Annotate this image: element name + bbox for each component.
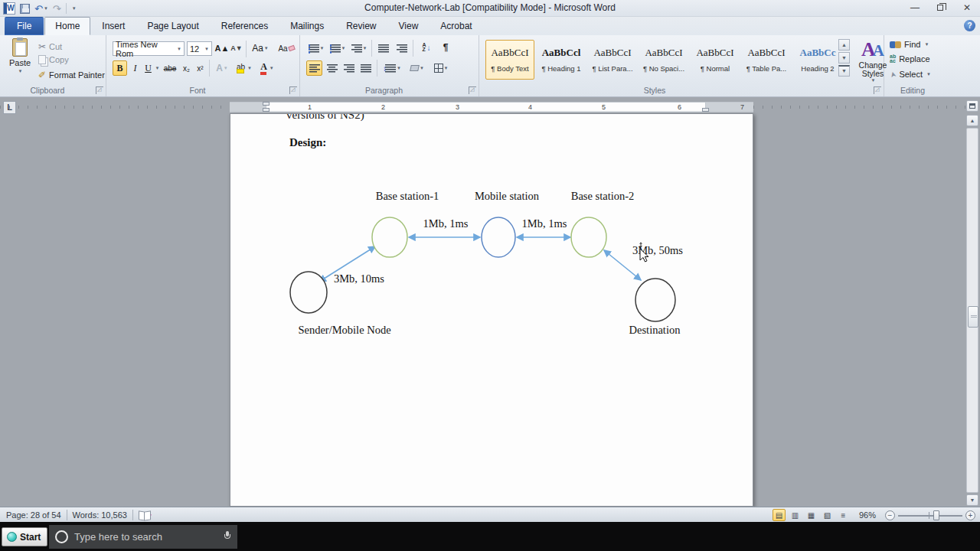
print-layout-view-button[interactable]: ▤	[773, 509, 786, 521]
tab-file[interactable]: File	[5, 17, 44, 35]
document-page[interactable]: versions of NS2) Design: Base station-1M…	[230, 113, 753, 507]
style-list-para[interactable]: AaBbCcI¶ List Para...	[588, 40, 637, 80]
select-button[interactable]: ➤ Select▼	[890, 70, 931, 79]
shading-button[interactable]: ▼	[407, 60, 428, 76]
first-line-indent-marker[interactable]	[263, 102, 270, 106]
borders-button[interactable]: ▼	[430, 60, 452, 76]
style-no-spaci[interactable]: AaBbCcI¶ No Spaci...	[639, 40, 688, 80]
zoom-in-button[interactable]: +	[965, 510, 975, 520]
outline-view-button[interactable]: ▧	[821, 509, 834, 521]
help-button[interactable]: ?	[964, 20, 975, 31]
grow-font-button[interactable]: A▲	[215, 41, 229, 56]
font-size-combo[interactable]: 12▼	[187, 41, 212, 56]
zoom-slider[interactable]	[898, 510, 962, 520]
paste-button[interactable]: Paste ▼	[5, 38, 35, 73]
style-table-pa[interactable]: AaBbCcI¶ Table Pa...	[742, 40, 791, 80]
bullets-button[interactable]: ▼	[306, 41, 326, 56]
style-label: ¶ Normal	[691, 64, 739, 73]
cut-button[interactable]: ✂Cut	[38, 41, 62, 52]
left-indent-marker[interactable]	[263, 108, 270, 112]
align-left-button[interactable]	[306, 60, 322, 76]
align-center-button[interactable]	[324, 60, 340, 76]
zoom-out-button[interactable]: −	[885, 510, 895, 520]
subscript-button[interactable]: x₂	[180, 60, 193, 76]
tab-references[interactable]: References	[211, 17, 279, 35]
justify-button[interactable]	[358, 60, 374, 76]
scrollbar-thumb[interactable]	[968, 306, 978, 328]
cut-icon: ✂	[38, 41, 46, 52]
web-layout-view-button[interactable]: ▦	[805, 509, 818, 521]
styles-scroll-up-button[interactable]: ▲	[838, 39, 850, 51]
tab-view[interactable]: View	[388, 17, 430, 35]
word-count[interactable]: Words: 10,563	[73, 510, 127, 520]
tab-home[interactable]: Home	[44, 17, 90, 35]
styles-scroll-down-button[interactable]: ▼	[838, 52, 850, 64]
highlight-button[interactable]: ab ▼	[234, 60, 255, 76]
font-dialog-launcher[interactable]	[289, 86, 297, 94]
proofing-errors-icon[interactable]: ✗	[139, 510, 151, 520]
clipboard-dialog-launcher[interactable]	[96, 86, 103, 94]
styles-dialog-launcher[interactable]	[874, 86, 881, 94]
line-spacing-button[interactable]: ↕ ▼	[381, 60, 403, 76]
show-paragraph-marks-button[interactable]: ¶	[439, 40, 452, 55]
copy-button[interactable]: Copy	[38, 55, 69, 64]
style-normal[interactable]: AaBbCcI¶ Normal	[691, 40, 740, 80]
ruler-toggle-button[interactable]	[966, 100, 978, 112]
tab-acrobat[interactable]: Acrobat	[430, 17, 482, 35]
underline-button[interactable]: U	[142, 60, 154, 76]
taskbar-search-box[interactable]: Type here to search	[49, 525, 237, 549]
paragraph-dialog-launcher[interactable]	[469, 86, 476, 94]
tab-review[interactable]: Review	[335, 17, 387, 35]
start-button[interactable]: Start	[2, 527, 47, 546]
tab-page-layout[interactable]: Page Layout	[136, 17, 209, 35]
ruler-number: 2	[381, 103, 385, 111]
numbering-button[interactable]: ▼	[328, 41, 348, 56]
style-heading-2[interactable]: AaBbCcHeading 2	[793, 40, 842, 80]
microphone-icon[interactable]	[224, 531, 230, 540]
zoom-level[interactable]: 96%	[859, 510, 876, 520]
horizontal-ruler[interactable]: 1234567	[0, 102, 966, 112]
restore-button[interactable]	[928, 0, 954, 17]
format-painter-button[interactable]: ✐Format Painter	[38, 70, 105, 80]
draft-view-button[interactable]: ≡	[837, 509, 850, 521]
text-effects-button[interactable]: A▼	[213, 60, 231, 76]
font-color-button[interactable]: A ▼	[257, 60, 277, 76]
change-case-button[interactable]: Aa▼	[250, 41, 270, 56]
style-heading-1[interactable]: AaBbCcl¶ Heading 1	[537, 40, 586, 80]
font-size-caret-icon[interactable]: ▼	[204, 47, 209, 51]
word-application-window: W ↶▼ ↷ ▼ Computer-Network-Lab [Compatibi…	[0, 0, 980, 551]
close-button[interactable]: ✕	[954, 0, 980, 17]
decrease-indent-button[interactable]	[375, 41, 392, 56]
zoom-slider-thumb[interactable]	[933, 510, 939, 520]
clear-formatting-button[interactable]: Aa	[276, 41, 296, 56]
font-name-combo[interactable]: Times New Rom▼	[113, 41, 185, 56]
find-button[interactable]: Find▼	[890, 40, 929, 49]
page-indicator[interactable]: Page: 28 of 54	[6, 510, 61, 520]
increase-indent-button[interactable]	[394, 41, 410, 56]
design-diagram[interactable]: Base station-1Mobile stationBase station…	[230, 114, 753, 507]
minimize-button[interactable]: —	[902, 0, 928, 17]
style-label: Heading 2	[794, 64, 841, 73]
styles-more-button[interactable]: ▼	[838, 65, 850, 77]
bold-button[interactable]: B	[113, 60, 127, 76]
scrollbar-track[interactable]	[966, 128, 978, 493]
shrink-font-button[interactable]: A▼	[230, 41, 243, 56]
right-indent-marker[interactable]	[702, 108, 709, 112]
replace-button[interactable]: abac Replace	[890, 54, 930, 64]
fullscreen-reading-view-button[interactable]: ▥	[789, 509, 802, 521]
sort-button[interactable]: AZ ↓	[417, 40, 436, 55]
restore-icon	[937, 5, 943, 11]
scroll-down-button[interactable]: ▼	[966, 494, 978, 506]
strikethrough-button[interactable]: abe	[162, 60, 178, 76]
italic-button[interactable]: I	[129, 60, 142, 76]
vertical-scrollbar[interactable]: ▲ ▼	[966, 100, 979, 506]
font-name-caret-icon[interactable]: ▼	[177, 47, 181, 51]
multilevel-list-button[interactable]: ▼	[349, 41, 369, 56]
align-right-button[interactable]	[341, 60, 357, 76]
superscript-button[interactable]: x²	[194, 60, 207, 76]
tab-insert[interactable]: Insert	[91, 17, 136, 35]
scroll-up-button[interactable]: ▲	[966, 115, 978, 126]
tab-mailings[interactable]: Mailings	[279, 17, 335, 35]
style-body-text[interactable]: AaBbCcI¶ Body Text	[485, 40, 534, 80]
underline-caret-icon[interactable]: ▼	[154, 60, 161, 76]
